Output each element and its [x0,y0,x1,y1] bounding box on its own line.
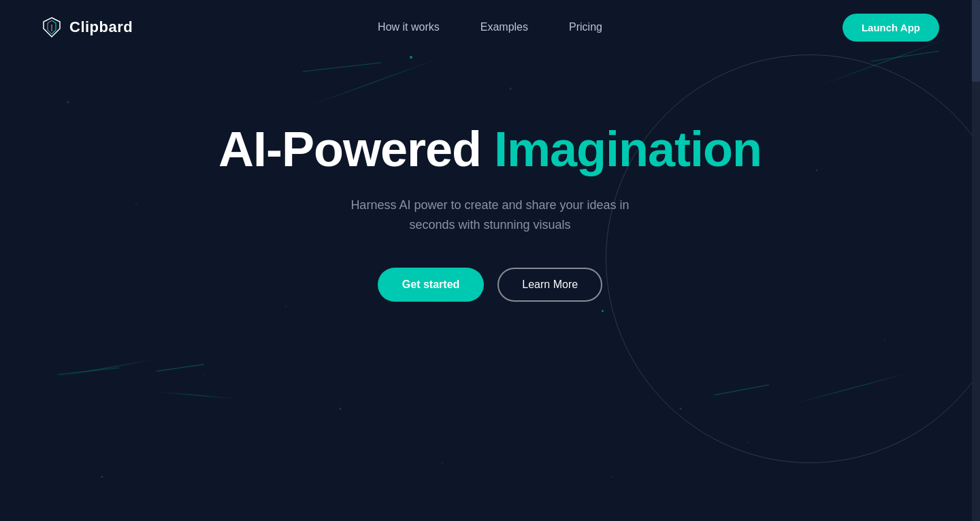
get-started-button[interactable]: Get started [378,268,484,302]
bg-line-3 [157,392,238,399]
nav-link-examples[interactable]: Examples [480,21,528,33]
logo[interactable]: Clipbard [41,16,133,38]
hero-subtitle: Harness AI power to create and share you… [327,195,653,235]
nav-link-how-it-works[interactable]: How it works [378,21,440,33]
launch-app-button[interactable]: Launch App [843,14,939,42]
svg-point-12 [101,476,103,478]
learn-more-button[interactable]: Learn More [497,268,602,302]
scrollbar-thumb[interactable] [972,0,980,82]
navbar: Clipbard How it works Examples Pricing L… [0,0,980,54]
bg-dot-2 [602,310,604,312]
svg-point-4 [340,408,342,410]
svg-line-15 [157,364,204,371]
logo-icon [41,16,63,38]
hero-title: AI-Powered Imagination [218,123,762,176]
scrollbar[interactable] [972,0,980,521]
logo-text: Clipbard [69,18,133,36]
nav-links: How it works Examples Pricing [378,21,602,33]
hero-title-part1: AI-Powered [218,122,494,176]
svg-point-3 [285,306,287,307]
hero-title-part2: Imagination [494,122,762,176]
svg-point-5 [442,462,443,464]
bg-line-2 [55,359,156,377]
hero-section: AI-Powered Imagination Harness AI power … [0,54,980,302]
nav-link-pricing[interactable]: Pricing [569,21,602,33]
svg-point-7 [612,476,613,477]
hero-buttons: Get started Learn More [378,268,602,302]
svg-point-13 [203,374,205,375]
